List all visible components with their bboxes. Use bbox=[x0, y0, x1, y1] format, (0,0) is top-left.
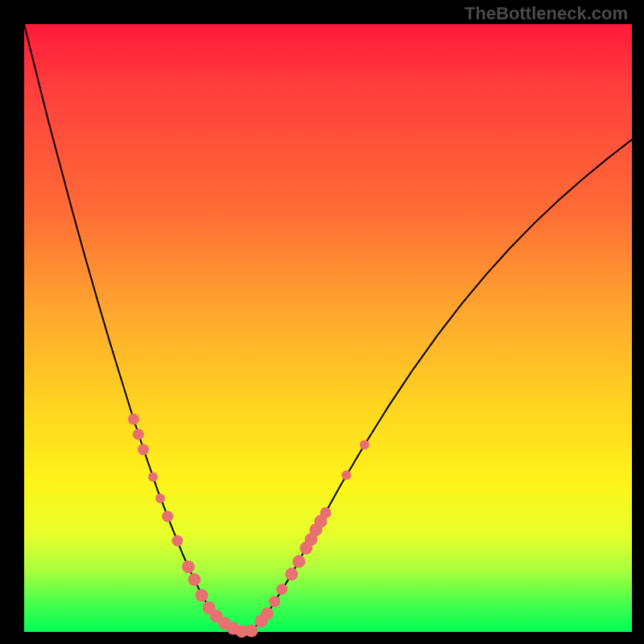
plot-gradient-background bbox=[24, 24, 632, 632]
chart-frame: TheBottleneck.com bbox=[0, 0, 644, 644]
watermark-text: TheBottleneck.com bbox=[464, 3, 628, 24]
